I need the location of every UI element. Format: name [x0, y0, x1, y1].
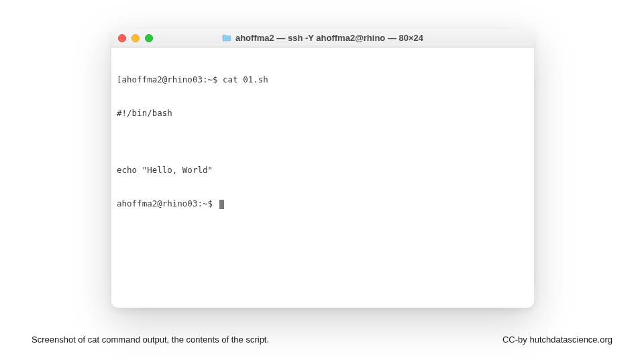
traffic-lights	[118, 34, 153, 42]
close-button[interactable]	[118, 34, 126, 42]
terminal-window: ahoffma2 — ssh -Y ahoffma2@rhino — 80×24…	[111, 29, 534, 308]
terminal-line: echo "Hello, World"	[117, 165, 529, 176]
figure-caption: Screenshot of cat command output, the co…	[32, 335, 269, 345]
window-title: ahoffma2 — ssh -Y ahoffma2@rhino — 80×24	[235, 33, 423, 43]
terminal-body[interactable]: [ahoffma2@rhino03:~$ cat 01.sh #!/bin/ba…	[111, 48, 534, 308]
attribution-text: CC-by hutchdatascience.org	[502, 335, 612, 345]
terminal-prompt-row: ahoffma2@rhino03:~$	[117, 198, 529, 210]
cursor-icon	[219, 200, 224, 209]
minimize-button[interactable]	[131, 34, 140, 42]
terminal-prompt: ahoffma2@rhino03:~$	[117, 198, 218, 210]
window-title-group: ahoffma2 — ssh -Y ahoffma2@rhino — 80×24	[222, 33, 423, 43]
title-bar: ahoffma2 — ssh -Y ahoffma2@rhino — 80×24	[111, 29, 534, 48]
folder-icon	[222, 34, 231, 42]
maximize-button[interactable]	[145, 34, 153, 42]
terminal-line: [ahoffma2@rhino03:~$ cat 01.sh	[117, 74, 529, 86]
terminal-line: #!/bin/bash	[117, 108, 529, 119]
